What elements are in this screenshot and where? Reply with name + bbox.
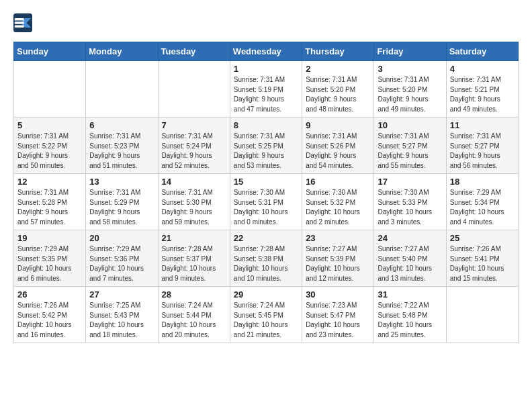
weekday-header: Friday — [374, 42, 446, 61]
logo — [13, 13, 35, 32]
day-info: Sunrise: 7:22 AM Sunset: 5:48 PM Dayligh… — [378, 301, 442, 340]
day-info: Sunrise: 7:30 AM Sunset: 5:33 PM Dayligh… — [378, 188, 442, 227]
day-number: 9 — [306, 120, 370, 130]
calendar-week: 1Sunrise: 7:31 AM Sunset: 5:19 PM Daylig… — [14, 61, 519, 118]
weekday-row: SundayMondayTuesdayWednesdayThursdayFrid… — [14, 42, 519, 61]
day-number: 28 — [162, 289, 226, 300]
day-info: Sunrise: 7:31 AM Sunset: 5:21 PM Dayligh… — [450, 75, 515, 114]
calendar-cell: 16Sunrise: 7:30 AM Sunset: 5:32 PM Dayli… — [302, 174, 374, 230]
day-info: Sunrise: 7:29 AM Sunset: 5:36 PM Dayligh… — [89, 244, 154, 283]
calendar-cell: 26Sunrise: 7:26 AM Sunset: 5:42 PM Dayli… — [14, 287, 86, 343]
day-info: Sunrise: 7:28 AM Sunset: 5:37 PM Dayligh… — [162, 244, 226, 283]
calendar-cell: 22Sunrise: 7:28 AM Sunset: 5:38 PM Dayli… — [230, 230, 302, 287]
calendar-cell — [86, 61, 158, 118]
day-number: 11 — [450, 120, 515, 130]
day-number: 10 — [378, 120, 442, 130]
day-number: 16 — [306, 177, 370, 187]
day-info: Sunrise: 7:24 AM Sunset: 5:45 PM Dayligh… — [234, 301, 298, 340]
day-number: 29 — [234, 289, 298, 300]
day-info: Sunrise: 7:24 AM Sunset: 5:44 PM Dayligh… — [162, 301, 226, 340]
day-number: 19 — [17, 233, 82, 243]
day-info: Sunrise: 7:31 AM Sunset: 5:25 PM Dayligh… — [234, 132, 298, 171]
day-info: Sunrise: 7:31 AM Sunset: 5:27 PM Dayligh… — [450, 132, 515, 171]
calendar-cell: 18Sunrise: 7:29 AM Sunset: 5:34 PM Dayli… — [446, 174, 518, 230]
day-number: 15 — [234, 177, 298, 187]
calendar: SundayMondayTuesdayWednesdayThursdayFrid… — [13, 42, 519, 343]
calendar-cell: 23Sunrise: 7:27 AM Sunset: 5:39 PM Dayli… — [302, 230, 374, 287]
day-number: 2 — [306, 64, 370, 74]
day-info: Sunrise: 7:25 AM Sunset: 5:43 PM Dayligh… — [89, 301, 154, 340]
svg-rect-4 — [15, 26, 24, 28]
calendar-cell: 7Sunrise: 7:31 AM Sunset: 5:24 PM Daylig… — [158, 118, 230, 174]
calendar-cell: 11Sunrise: 7:31 AM Sunset: 5:27 PM Dayli… — [446, 118, 518, 174]
day-info: Sunrise: 7:31 AM Sunset: 5:26 PM Dayligh… — [306, 132, 370, 171]
calendar-body: 1Sunrise: 7:31 AM Sunset: 5:19 PM Daylig… — [14, 61, 519, 343]
day-info: Sunrise: 7:27 AM Sunset: 5:40 PM Dayligh… — [378, 244, 442, 283]
weekday-header: Thursday — [302, 42, 374, 61]
day-info: Sunrise: 7:31 AM Sunset: 5:27 PM Dayligh… — [378, 132, 442, 171]
day-info: Sunrise: 7:26 AM Sunset: 5:42 PM Dayligh… — [17, 301, 82, 340]
day-info: Sunrise: 7:30 AM Sunset: 5:32 PM Dayligh… — [306, 188, 370, 227]
day-info: Sunrise: 7:31 AM Sunset: 5:30 PM Dayligh… — [162, 188, 226, 227]
day-info: Sunrise: 7:31 AM Sunset: 5:20 PM Dayligh… — [378, 75, 442, 114]
calendar-cell: 21Sunrise: 7:28 AM Sunset: 5:37 PM Dayli… — [158, 230, 230, 287]
weekday-header: Saturday — [446, 42, 518, 61]
day-number: 5 — [17, 120, 82, 130]
calendar-cell: 19Sunrise: 7:29 AM Sunset: 5:35 PM Dayli… — [14, 230, 86, 287]
day-number: 20 — [89, 233, 154, 243]
weekday-header: Monday — [86, 42, 158, 61]
calendar-cell: 9Sunrise: 7:31 AM Sunset: 5:26 PM Daylig… — [302, 118, 374, 174]
day-info: Sunrise: 7:31 AM Sunset: 5:22 PM Dayligh… — [17, 132, 82, 171]
calendar-cell — [446, 287, 518, 343]
calendar-cell: 27Sunrise: 7:25 AM Sunset: 5:43 PM Dayli… — [86, 287, 158, 343]
calendar-cell: 20Sunrise: 7:29 AM Sunset: 5:36 PM Dayli… — [86, 230, 158, 287]
calendar-cell: 17Sunrise: 7:30 AM Sunset: 5:33 PM Dayli… — [374, 174, 446, 230]
calendar-cell: 5Sunrise: 7:31 AM Sunset: 5:22 PM Daylig… — [14, 118, 86, 174]
day-info: Sunrise: 7:31 AM Sunset: 5:23 PM Dayligh… — [89, 132, 154, 171]
day-number: 26 — [17, 289, 82, 300]
calendar-week: 12Sunrise: 7:31 AM Sunset: 5:28 PM Dayli… — [14, 174, 519, 230]
calendar-cell: 25Sunrise: 7:26 AM Sunset: 5:41 PM Dayli… — [446, 230, 518, 287]
day-number: 24 — [378, 233, 442, 243]
day-info: Sunrise: 7:30 AM Sunset: 5:31 PM Dayligh… — [234, 188, 298, 227]
calendar-cell: 6Sunrise: 7:31 AM Sunset: 5:23 PM Daylig… — [86, 118, 158, 174]
day-number: 8 — [234, 120, 298, 130]
svg-rect-2 — [15, 18, 24, 21]
day-info: Sunrise: 7:27 AM Sunset: 5:39 PM Dayligh… — [306, 244, 370, 283]
day-number: 22 — [234, 233, 298, 243]
day-number: 27 — [89, 289, 154, 300]
calendar-cell: 2Sunrise: 7:31 AM Sunset: 5:20 PM Daylig… — [302, 61, 374, 118]
day-info: Sunrise: 7:23 AM Sunset: 5:47 PM Dayligh… — [306, 301, 370, 340]
calendar-cell: 8Sunrise: 7:31 AM Sunset: 5:25 PM Daylig… — [230, 118, 302, 174]
calendar-week: 19Sunrise: 7:29 AM Sunset: 5:35 PM Dayli… — [14, 230, 519, 287]
day-number: 17 — [378, 177, 442, 187]
page: SundayMondayTuesdayWednesdayThursdayFrid… — [0, 0, 532, 350]
day-number: 30 — [306, 289, 370, 300]
logo-icon — [13, 13, 32, 32]
calendar-cell: 24Sunrise: 7:27 AM Sunset: 5:40 PM Dayli… — [374, 230, 446, 287]
day-info: Sunrise: 7:31 AM Sunset: 5:29 PM Dayligh… — [89, 188, 154, 227]
weekday-header: Sunday — [14, 42, 86, 61]
day-info: Sunrise: 7:31 AM Sunset: 5:20 PM Dayligh… — [306, 75, 370, 114]
day-info: Sunrise: 7:26 AM Sunset: 5:41 PM Dayligh… — [450, 244, 515, 283]
day-info: Sunrise: 7:31 AM Sunset: 5:28 PM Dayligh… — [17, 188, 82, 227]
svg-rect-3 — [15, 21, 24, 24]
calendar-cell: 14Sunrise: 7:31 AM Sunset: 5:30 PM Dayli… — [158, 174, 230, 230]
calendar-cell: 12Sunrise: 7:31 AM Sunset: 5:28 PM Dayli… — [14, 174, 86, 230]
calendar-cell: 1Sunrise: 7:31 AM Sunset: 5:19 PM Daylig… — [230, 61, 302, 118]
calendar-cell: 30Sunrise: 7:23 AM Sunset: 5:47 PM Dayli… — [302, 287, 374, 343]
day-number: 23 — [306, 233, 370, 243]
calendar-cell: 3Sunrise: 7:31 AM Sunset: 5:20 PM Daylig… — [374, 61, 446, 118]
day-number: 12 — [17, 177, 82, 187]
day-number: 18 — [450, 177, 515, 187]
day-number: 21 — [162, 233, 226, 243]
day-info: Sunrise: 7:28 AM Sunset: 5:38 PM Dayligh… — [234, 244, 298, 283]
day-number: 31 — [378, 289, 442, 300]
day-number: 25 — [450, 233, 515, 243]
day-number: 1 — [234, 64, 298, 74]
day-number: 13 — [89, 177, 154, 187]
calendar-cell: 29Sunrise: 7:24 AM Sunset: 5:45 PM Dayli… — [230, 287, 302, 343]
day-number: 4 — [450, 64, 515, 74]
header — [13, 13, 519, 32]
calendar-header: SundayMondayTuesdayWednesdayThursdayFrid… — [14, 42, 519, 61]
